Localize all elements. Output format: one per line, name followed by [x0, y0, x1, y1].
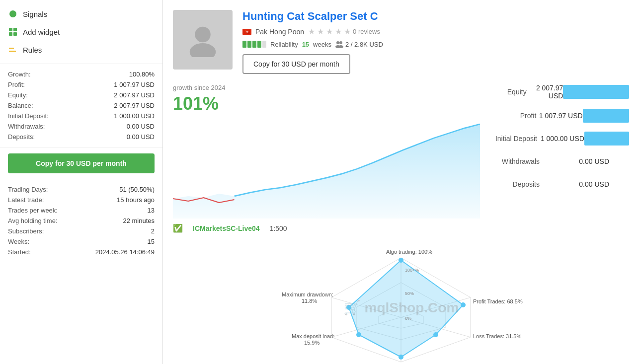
sidebar: Signals Add widget Rules [0, 0, 163, 364]
stat-bar-withdrawals: Withdrawals 0.00 USD [490, 154, 629, 168]
stat-trading-days-label: Trading Days: [8, 186, 48, 193]
stat-profit-label: Profit: [8, 81, 25, 88]
stat-balance-value: 2 007.97 USD [114, 102, 155, 109]
trading-stats: Trading Days: 51 (50.50%) Latest trade: … [0, 179, 162, 262]
broker-row: ✅ ICMarketsSC-Live04 1:500 [173, 223, 480, 233]
rel-bar-2 [247, 41, 251, 48]
sidebar-item-signals[interactable]: Signals [0, 5, 162, 23]
stat-started: Started: 2024.05.26 14:06:49 [8, 247, 155, 257]
svg-text:Algo trading: 100%: Algo trading: 100% [386, 249, 432, 255]
growth-label: growth since 2024 [173, 84, 480, 91]
stat-withdrawals: Withdrawals: 0.00 USD [8, 121, 155, 132]
author-name: Pak Hong Poon [255, 28, 304, 36]
star-1: ★ [308, 27, 315, 36]
product-header: Hunting Cat Scalper Set C 🇭🇰 Pak Hong Po… [173, 10, 629, 74]
radar-chart-container: 🛒 mqlShop.Com [173, 243, 629, 364]
stat-latest-trade-label: Latest trade: [8, 196, 44, 204]
svg-point-14 [461, 302, 466, 307]
broker-name: ICMarketsSC-Live04 [193, 224, 260, 232]
stat-growth-label: Growth: [8, 71, 31, 78]
deposits-label: Deposits [490, 180, 540, 188]
stat-balance-label: Balance: [8, 102, 33, 109]
stat-latest-trade: Latest trade: 15 hours ago [8, 195, 155, 205]
rel-bar-4 [257, 41, 261, 48]
svg-point-0 [195, 27, 211, 43]
stat-trades-per-week-label: Trades per week: [8, 207, 58, 214]
rel-bar-1 [242, 41, 246, 48]
stat-deposits-label: Deposits: [8, 133, 35, 141]
stat-avg-holding-value: 22 minutes [123, 217, 155, 224]
stat-bar-initial: Initial Deposit 1 000.00 USD [490, 132, 629, 146]
svg-text:11.8%: 11.8% [302, 298, 317, 304]
equity-label: Equity [490, 88, 527, 96]
svg-point-18 [346, 305, 351, 310]
svg-point-2 [336, 41, 339, 44]
initial-deposit-bar [584, 132, 629, 146]
stat-profit: Profit: 1 007.97 USD [8, 79, 155, 90]
svg-text:100+%: 100+% [405, 268, 419, 273]
stat-subscribers: Subscribers: 2 [8, 226, 155, 236]
svg-point-3 [339, 41, 342, 44]
svg-text:Maximum drawdown:: Maximum drawdown: [282, 291, 333, 297]
svg-point-5 [338, 45, 343, 48]
stat-bar-equity: Equity 2 007.97 USD [490, 84, 629, 100]
withdrawals-value: 0.00 USD [559, 157, 609, 165]
sidebar-signals-label: Signals [23, 10, 47, 18]
subscribers-count: 2 / 2.8K USD [345, 41, 383, 48]
svg-point-13 [399, 258, 403, 263]
leverage: 1:500 [270, 224, 287, 232]
sidebar-nav: Signals Add widget Rules [0, 0, 162, 64]
stat-subscribers-value: 2 [151, 227, 155, 235]
avatar [173, 10, 233, 70]
copy-button-main[interactable]: Copy for 30 USD per month [242, 54, 350, 74]
stat-equity: Equity: 2 007.97 USD [8, 90, 155, 100]
bottom-section: 🛒 mqlShop.Com [173, 243, 629, 364]
profit-label: Profit [490, 112, 536, 120]
stat-profit-value: 1 007.97 USD [114, 81, 155, 88]
star-2: ★ [317, 27, 324, 36]
copy-button-sidebar[interactable]: Copy for 30 USD per month [8, 153, 155, 173]
deposits-value: 0.00 USD [559, 180, 609, 188]
stat-withdrawals-label: Withdrawals: [8, 123, 45, 130]
stat-started-label: Started: [8, 248, 31, 256]
svg-point-16 [399, 355, 403, 360]
svg-point-17 [356, 332, 361, 337]
svg-text:50%: 50% [405, 291, 414, 296]
stat-trading-days-value: 51 (50.50%) [119, 186, 155, 193]
product-info: Hunting Cat Scalper Set C 🇭🇰 Pak Hong Po… [242, 10, 629, 74]
sidebar-item-add-widget[interactable]: Add widget [0, 23, 162, 41]
stat-weeks-label: Weeks: [8, 238, 29, 245]
stat-trades-per-week: Trades per week: 13 [8, 205, 155, 216]
stat-growth-value: 100.80% [129, 71, 155, 78]
stat-subscribers-label: Subscribers: [8, 227, 44, 235]
reliability-weeks-unit: weeks [313, 41, 331, 48]
svg-text:Max deposit load:: Max deposit load: [292, 333, 334, 339]
stat-avg-holding-label: Avg holding time: [8, 217, 58, 224]
sidebar-item-rules[interactable]: Rules [0, 41, 162, 59]
star-3: ★ [326, 27, 333, 36]
star-4: ★ [335, 27, 342, 36]
stat-bar-deposits: Deposits 0.00 USD [490, 177, 629, 191]
subscribers-info: 2 / 2.8K USD [335, 40, 383, 48]
widget-icon [8, 27, 18, 37]
stat-bar-profit: Profit 1 007.97 USD [490, 109, 629, 123]
chart-left: growth since 2024 101% [173, 84, 480, 233]
stat-withdrawals-value: 0.00 USD [127, 123, 155, 130]
stat-growth: Growth: 100.80% [8, 69, 155, 79]
rel-bar-5 [262, 41, 266, 48]
reliability-label: Reliability [270, 41, 298, 48]
star-5: ★ [344, 27, 351, 36]
withdrawals-label: Withdrawals [490, 157, 540, 165]
sidebar-stats: Growth: 100.80% Profit: 1 007.97 USD Equ… [0, 64, 162, 147]
chart-area: growth since 2024 101% [173, 84, 629, 233]
stat-weeks-value: 15 [148, 238, 155, 245]
stats-right: Equity 2 007.97 USD Profit 1 007.97 USD … [490, 84, 629, 233]
check-icon: ✅ [173, 223, 183, 233]
stat-deposits-value: 0.00 USD [127, 133, 155, 141]
sidebar-widget-label: Add widget [23, 28, 60, 36]
growth-chart [173, 119, 480, 218]
rel-bar-3 [252, 41, 256, 48]
product-title: Hunting Cat Scalper Set C [242, 10, 629, 23]
stars-row: ★ ★ ★ ★ ★ 0 reviews [308, 27, 380, 36]
equity-bar [563, 85, 629, 99]
